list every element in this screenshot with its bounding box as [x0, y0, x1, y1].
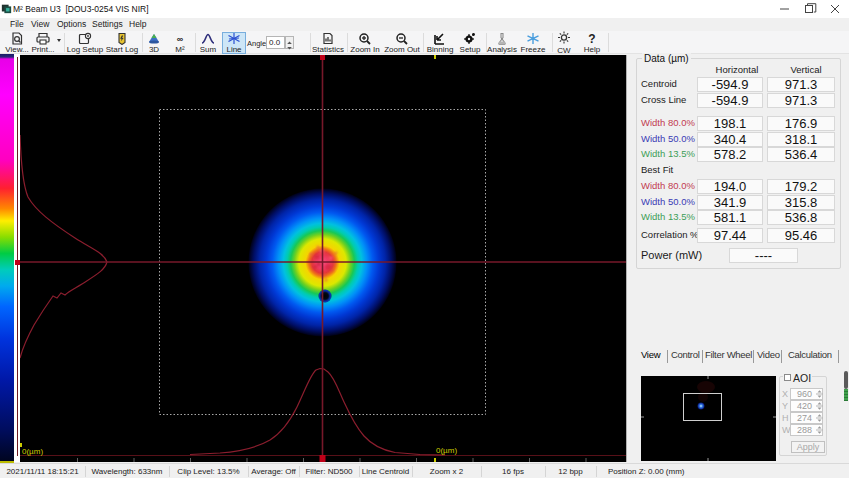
- svg-text:∞: ∞: [177, 34, 184, 44]
- svg-text:0(µm): 0(µm): [22, 447, 43, 456]
- svg-text:?: ?: [588, 32, 595, 45]
- svg-text:0(µm): 0(µm): [436, 446, 457, 455]
